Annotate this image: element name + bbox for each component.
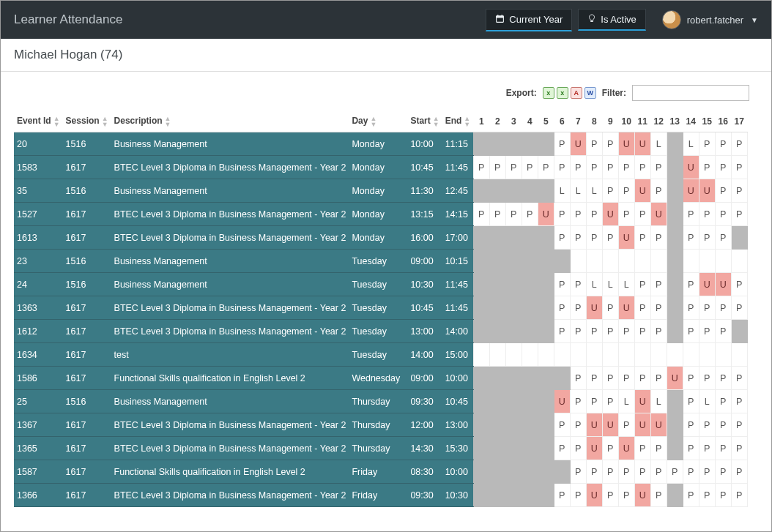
col-week[interactable]: 9 — [602, 111, 618, 132]
attendance-cell[interactable]: P — [586, 367, 602, 390]
attendance-cell[interactable]: P — [505, 203, 522, 226]
attendance-cell[interactable]: P — [650, 437, 667, 460]
attendance-cell[interactable] — [538, 226, 554, 250]
attendance-cell[interactable]: P — [715, 367, 731, 390]
attendance-cell[interactable] — [554, 250, 570, 273]
attendance-cell[interactable] — [473, 320, 489, 343]
attendance-cell[interactable]: P — [731, 484, 747, 507]
attendance-cell[interactable]: P — [731, 273, 747, 296]
attendance-cell[interactable] — [634, 343, 650, 367]
attendance-cell[interactable] — [522, 296, 538, 320]
attendance-cell[interactable]: U — [634, 132, 650, 156]
attendance-cell[interactable]: U — [634, 390, 650, 413]
attendance-cell[interactable]: P — [554, 484, 570, 507]
attendance-cell[interactable] — [489, 296, 505, 320]
attendance-cell[interactable]: L — [683, 132, 699, 156]
attendance-cell[interactable]: P — [538, 156, 554, 179]
attendance-cell[interactable] — [489, 179, 505, 203]
attendance-cell[interactable]: P — [570, 273, 586, 296]
attendance-cell[interactable]: P — [473, 156, 489, 179]
attendance-cell[interactable]: P — [602, 226, 618, 250]
attendance-cell[interactable]: P — [731, 296, 747, 320]
attendance-cell[interactable]: P — [715, 179, 731, 203]
attendance-cell[interactable]: P — [602, 437, 618, 460]
attendance-cell[interactable]: U — [699, 179, 715, 203]
attendance-cell[interactable] — [489, 484, 505, 507]
attendance-cell[interactable]: P — [570, 296, 586, 320]
attendance-cell[interactable]: P — [554, 413, 570, 437]
attendance-cell[interactable]: P — [731, 390, 747, 413]
attendance-cell[interactable] — [667, 226, 683, 250]
attendance-cell[interactable]: U — [618, 437, 634, 460]
attendance-cell[interactable] — [715, 250, 731, 273]
attendance-cell[interactable] — [522, 273, 538, 296]
col-week[interactable]: 16 — [715, 111, 731, 132]
attendance-cell[interactable]: P — [554, 226, 570, 250]
attendance-cell[interactable]: P — [602, 484, 618, 507]
attendance-cell[interactable] — [538, 367, 554, 390]
attendance-cell[interactable]: P — [650, 226, 667, 250]
attendance-cell[interactable]: L — [699, 390, 715, 413]
attendance-cell[interactable] — [667, 203, 683, 226]
attendance-cell[interactable] — [731, 343, 747, 367]
attendance-cell[interactable] — [522, 367, 538, 390]
attendance-cell[interactable]: U — [699, 273, 715, 296]
attendance-cell[interactable]: P — [699, 484, 715, 507]
attendance-cell[interactable] — [473, 226, 489, 250]
attendance-cell[interactable]: P — [634, 437, 650, 460]
user-menu[interactable]: robert.fatcher ▼ — [662, 10, 758, 29]
attendance-cell[interactable]: P — [522, 203, 538, 226]
attendance-cell[interactable] — [634, 250, 650, 273]
attendance-cell[interactable] — [667, 343, 683, 367]
attendance-cell[interactable]: U — [538, 203, 554, 226]
attendance-cell[interactable]: P — [650, 460, 667, 484]
attendance-cell[interactable]: P — [554, 156, 570, 179]
col-end[interactable]: End — [442, 111, 474, 132]
attendance-cell[interactable]: P — [618, 179, 634, 203]
attendance-cell[interactable] — [667, 273, 683, 296]
attendance-cell[interactable] — [489, 343, 505, 367]
filter-input[interactable] — [632, 85, 749, 101]
attendance-cell[interactable]: U — [683, 156, 699, 179]
attendance-cell[interactable]: P — [715, 390, 731, 413]
attendance-cell[interactable] — [618, 250, 634, 273]
attendance-cell[interactable] — [667, 250, 683, 273]
attendance-cell[interactable]: P — [586, 460, 602, 484]
attendance-cell[interactable] — [667, 132, 683, 156]
attendance-cell[interactable]: P — [731, 132, 747, 156]
attendance-cell[interactable] — [667, 156, 683, 179]
attendance-cell[interactable]: P — [650, 273, 667, 296]
attendance-cell[interactable]: P — [683, 320, 699, 343]
col-week[interactable]: 12 — [650, 111, 667, 132]
attendance-cell[interactable] — [522, 226, 538, 250]
attendance-cell[interactable]: P — [602, 460, 618, 484]
attendance-cell[interactable] — [667, 413, 683, 437]
attendance-cell[interactable]: P — [586, 390, 602, 413]
attendance-cell[interactable]: P — [586, 156, 602, 179]
attendance-cell[interactable] — [522, 132, 538, 156]
attendance-cell[interactable]: L — [554, 179, 570, 203]
col-week[interactable]: 4 — [522, 111, 538, 132]
attendance-cell[interactable]: P — [570, 367, 586, 390]
attendance-cell[interactable]: P — [634, 203, 650, 226]
col-description[interactable]: Description — [111, 111, 349, 132]
attendance-cell[interactable]: U — [618, 296, 634, 320]
attendance-cell[interactable]: P — [554, 437, 570, 460]
attendance-cell[interactable]: L — [650, 132, 667, 156]
col-event-id[interactable]: Event Id — [14, 111, 63, 132]
attendance-cell[interactable]: P — [602, 156, 618, 179]
attendance-cell[interactable]: P — [650, 156, 667, 179]
attendance-cell[interactable]: P — [715, 156, 731, 179]
attendance-cell[interactable]: P — [715, 320, 731, 343]
attendance-cell[interactable]: P — [731, 179, 747, 203]
attendance-cell[interactable]: U — [554, 390, 570, 413]
attendance-cell[interactable]: U — [570, 132, 586, 156]
attendance-cell[interactable] — [505, 343, 522, 367]
attendance-cell[interactable]: U — [650, 203, 667, 226]
col-week[interactable]: 5 — [538, 111, 554, 132]
attendance-cell[interactable]: U — [634, 413, 650, 437]
attendance-cell[interactable]: P — [650, 179, 667, 203]
attendance-cell[interactable] — [618, 343, 634, 367]
col-week[interactable]: 11 — [634, 111, 650, 132]
attendance-cell[interactable]: P — [602, 367, 618, 390]
